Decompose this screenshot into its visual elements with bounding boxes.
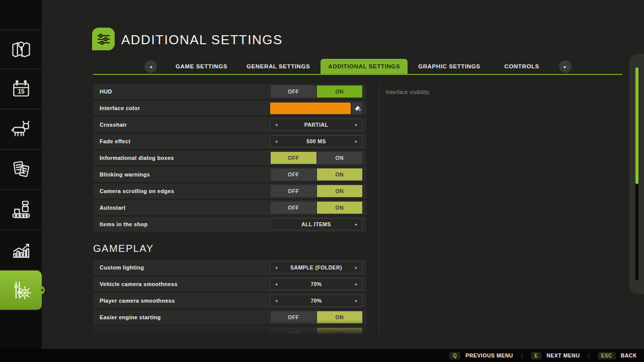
map-icon <box>10 38 32 60</box>
sidebar-item-settings[interactable] <box>0 270 42 311</box>
footer-separator: | <box>521 352 523 359</box>
toggle-on-button[interactable]: ON <box>317 152 363 164</box>
sidebar-item-animals[interactable] <box>0 110 42 150</box>
previous-menu-label: PREVIOUS MENU <box>465 352 513 358</box>
toggle-off-button[interactable]: OFF <box>271 85 316 98</box>
settings-row: Blinking warningsOFFON <box>93 167 366 182</box>
interface-color-swatch[interactable] <box>270 103 351 114</box>
footer-separator: | <box>588 352 589 359</box>
key-esc-badge: ESC <box>598 352 616 359</box>
stepper-next-arrow[interactable]: ▸ <box>351 139 362 144</box>
calendar-icon: 15 <box>10 78 32 100</box>
sidebar-item-calendar[interactable]: 15 <box>0 69 42 110</box>
settings-row: Fade effect◂500 MS▸ <box>93 134 366 149</box>
settings-row: OFFON <box>93 326 366 334</box>
stepper-next-arrow[interactable]: ▸ <box>351 222 362 227</box>
toggle-on-button[interactable]: ON <box>317 168 363 180</box>
stepper-control: ◂ALL ITEMS▸ <box>270 218 362 230</box>
shortcut-back: ESC BACK <box>598 352 637 359</box>
statistics-icon <box>10 239 32 261</box>
paint-bucket-icon <box>354 105 361 112</box>
toggle-off-button[interactable]: OFF <box>271 328 316 334</box>
sidebar-item-statistics[interactable] <box>0 230 42 270</box>
stepper-prev-arrow[interactable]: ◂ <box>271 122 282 127</box>
toggle-on-button[interactable]: ON <box>317 328 363 334</box>
row-control <box>270 103 362 114</box>
toggle-on-button[interactable]: ON <box>317 202 363 214</box>
tabs-next-button[interactable]: ▸ <box>559 60 572 73</box>
color-picker-button[interactable] <box>352 103 362 114</box>
row-control: ◂PARTIAL▸ <box>270 119 362 131</box>
stepper-next-arrow[interactable]: ▸ <box>351 282 362 287</box>
row-label: Interface color <box>93 105 270 111</box>
toggle-off-button[interactable]: OFF <box>271 185 316 197</box>
back-label: BACK <box>621 352 637 358</box>
row-control: OFFON <box>270 168 362 180</box>
settings-row: Player camera smoothness◂70%▸ <box>93 293 366 308</box>
toggle-on-button[interactable]: ON <box>317 185 363 197</box>
section-heading: GAMEPLAY <box>93 233 366 260</box>
toggle-off-button[interactable]: OFF <box>271 311 316 323</box>
key-q-badge: Q <box>449 352 460 359</box>
toggle-on-button[interactable]: ON <box>317 85 363 98</box>
stepper-control: ◂70%▸ <box>270 278 362 290</box>
sidebar-item-production[interactable] <box>0 190 42 230</box>
tab-underline <box>93 74 622 75</box>
stepper-value: PARTIAL <box>282 122 351 128</box>
toggle-on-button[interactable]: ON <box>317 311 363 323</box>
row-label: Vehicle camera smoothness <box>93 281 270 287</box>
row-label: Player camera smoothness <box>93 298 270 304</box>
stepper-value: ALL ITEMS <box>282 221 351 227</box>
settings-row: Camera scrolling on edgesOFFON <box>93 184 366 199</box>
tabs-prev-button[interactable]: ◂ <box>144 60 157 73</box>
settings-list: HUDOFFONInterface colorCrosshair◂PARTIAL… <box>93 84 366 334</box>
settings-row: Vehicle camera smoothness◂70%▸ <box>93 277 366 292</box>
scrollbar-container <box>629 54 644 294</box>
stepper-value: 70% <box>282 298 351 304</box>
sidebar-item-contracts[interactable] <box>0 150 42 190</box>
row-control: OFFON <box>270 311 362 323</box>
row-control: OFFON <box>270 202 362 214</box>
settings-row: Informational dialog boxesOFFON <box>93 150 366 165</box>
stepper-prev-arrow[interactable]: ◂ <box>271 282 282 287</box>
toggle-off-button[interactable]: OFF <box>271 168 316 180</box>
shortcut-next-menu: E NEXT MENU <box>531 352 580 359</box>
tab-game-settings[interactable]: GAME SETTINGS <box>168 59 235 74</box>
shortcut-previous-menu: Q PREVIOUS MENU <box>449 352 513 359</box>
tab-additional-settings[interactable]: ADDITIONAL SETTINGS <box>320 59 408 74</box>
row-label: Fade effect <box>93 138 270 144</box>
row-label: Items in the shop <box>93 221 270 227</box>
tab-controls[interactable]: CONTROLS <box>497 59 547 74</box>
documents-icon <box>10 158 32 180</box>
row-control: ◂70%▸ <box>270 278 362 290</box>
row-label: Crosshair <box>93 122 270 128</box>
row-control: ◂70%▸ <box>270 295 362 307</box>
stepper-prev-arrow[interactable]: ◂ <box>271 139 282 144</box>
sidebar-item-map[interactable] <box>0 29 42 69</box>
stepper-control: ◂500 MS▸ <box>270 135 362 147</box>
row-control: OFFON <box>270 85 362 98</box>
settings-row: Interface color <box>93 101 366 116</box>
stepper-control: ◂PARTIAL▸ <box>270 119 362 131</box>
sidebar: 15 <box>0 0 42 349</box>
row-label: Camera scrolling on edges <box>93 188 270 194</box>
tab-graphic-settings[interactable]: GRAPHIC SETTINGS <box>411 59 488 74</box>
stepper-next-arrow[interactable]: ▸ <box>351 265 362 270</box>
scrollbar-thumb[interactable] <box>635 67 638 184</box>
stepper-next-arrow[interactable]: ▸ <box>351 298 362 303</box>
settings-row: HUDOFFON <box>93 84 366 99</box>
stepper-prev-arrow[interactable]: ◂ <box>271 265 282 270</box>
row-control: OFFON <box>270 152 362 164</box>
row-control: OFFON <box>270 185 362 197</box>
cow-icon <box>10 118 32 140</box>
page-title: ADDITIONAL SETTINGS <box>121 32 283 48</box>
row-label: Informational dialog boxes <box>93 155 270 161</box>
toggle-off-button[interactable]: OFF <box>271 202 316 214</box>
tab-general-settings[interactable]: GENERAL SETTINGS <box>239 59 317 74</box>
row-label: Easier engine starting <box>93 314 270 320</box>
toggle-off-button[interactable]: OFF <box>271 152 316 164</box>
stepper-prev-arrow[interactable]: ◂ <box>271 298 282 303</box>
stepper-value: 500 MS <box>282 138 351 144</box>
stepper-next-arrow[interactable]: ▸ <box>351 122 362 127</box>
settings-row: AutostartOFFON <box>93 200 366 215</box>
